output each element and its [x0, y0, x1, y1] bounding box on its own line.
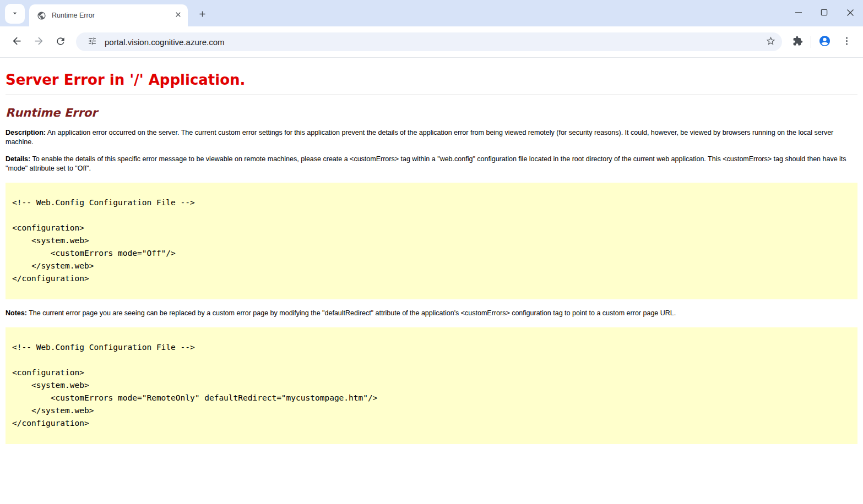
close-icon: [846, 9, 854, 18]
star-icon: [766, 36, 776, 48]
back-arrow-icon: [11, 35, 23, 48]
browser-toolbar: portal.vision.cognitive.azure.com: [0, 26, 863, 58]
maximize-button[interactable]: [811, 0, 837, 26]
chevron-down-icon: [10, 9, 19, 19]
page-content: Server Error in '/' Application. Runtime…: [0, 58, 863, 504]
forward-arrow-icon: [33, 35, 45, 48]
maximize-icon: [821, 9, 828, 18]
details-label: Details:: [6, 155, 30, 163]
description-paragraph: Description: An application error occurr…: [6, 128, 857, 147]
tune-icon: [88, 36, 97, 47]
extensions-button[interactable]: [786, 31, 808, 53]
new-tab-button[interactable]: [194, 7, 210, 23]
reload-button[interactable]: [50, 31, 72, 53]
toolbar-divider: [811, 36, 811, 48]
bookmark-button[interactable]: [762, 34, 779, 50]
close-window-button[interactable]: [837, 0, 863, 26]
minimize-icon: [795, 9, 802, 18]
window-controls: [785, 0, 863, 26]
details-text: To enable the details of this specific e…: [6, 155, 846, 172]
tab-close-button[interactable]: [172, 10, 183, 21]
tab-strip: Runtime Error: [0, 0, 863, 26]
address-bar[interactable]: portal.vision.cognitive.azure.com: [76, 32, 782, 51]
page-subtitle: Runtime Error: [6, 106, 857, 119]
tab-search-button[interactable]: [5, 4, 25, 24]
globe-icon: [37, 11, 46, 20]
details-paragraph: Details: To enable the details of this s…: [6, 155, 857, 173]
toolbar-right: [786, 31, 857, 53]
reload-icon: [55, 36, 66, 48]
url-text[interactable]: portal.vision.cognitive.azure.com: [105, 37, 762, 47]
site-info-button[interactable]: [84, 34, 100, 50]
title-divider: [6, 95, 857, 95]
description-label: Description:: [6, 129, 46, 136]
minimize-button[interactable]: [785, 0, 811, 26]
notes-text: The current error page you are seeing ca…: [29, 309, 676, 317]
notes-paragraph: Notes: The current error page you are se…: [6, 309, 857, 318]
plus-icon: [198, 10, 207, 20]
notes-label: Notes:: [6, 309, 27, 317]
forward-button[interactable]: [28, 31, 50, 53]
web-config-code-block-remoteonly: <!-- Web.Config Configuration File --> <…: [6, 327, 857, 444]
menu-button[interactable]: [835, 31, 857, 53]
profile-avatar-icon: [818, 35, 831, 49]
web-config-code-block-off: <!-- Web.Config Configuration File --> <…: [6, 183, 857, 299]
profile-button[interactable]: [813, 31, 835, 53]
page-title: Server Error in '/' Application.: [6, 72, 857, 88]
browser-tab[interactable]: Runtime Error: [29, 4, 188, 26]
browser-window: Runtime Error: [0, 0, 863, 504]
close-icon: [175, 11, 182, 20]
three-dots-icon: [842, 36, 852, 48]
description-text: An application error occurred on the ser…: [6, 129, 833, 146]
back-button[interactable]: [6, 31, 28, 53]
puzzle-icon: [793, 36, 803, 48]
tab-title: Runtime Error: [52, 12, 172, 19]
